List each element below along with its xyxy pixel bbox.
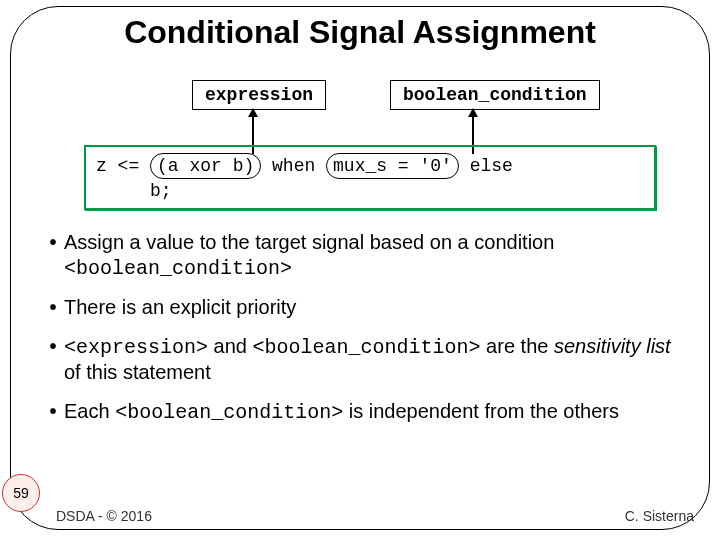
- label-boolean-condition: boolean_condition: [390, 80, 600, 110]
- bullet-1-mono: <boolean_condition>: [64, 257, 292, 280]
- bullet-list: • Assign a value to the target signal ba…: [42, 230, 690, 439]
- bullet-3-mid1: and: [208, 335, 252, 357]
- footer-left: DSDA - © 2016: [56, 508, 152, 524]
- bullet-item-2: • There is an explicit priority: [42, 295, 690, 320]
- code-example: z <= (a xor b) when mux_s = '0' else b;: [84, 145, 656, 210]
- bullet-4-text: Each: [64, 400, 115, 422]
- bullet-item-3: • <expression> and <boolean_condition> a…: [42, 334, 690, 385]
- slide: Conditional Signal Assignment expression…: [0, 0, 720, 540]
- code-suffix: else: [459, 156, 513, 176]
- code-ring-condition: mux_s = '0': [326, 153, 459, 179]
- slide-title: Conditional Signal Assignment: [0, 14, 720, 51]
- bullet-item-4: • Each <boolean_condition> is independen…: [42, 399, 690, 425]
- bullet-4-tail: is independent from the others: [343, 400, 619, 422]
- label-expression: expression: [192, 80, 326, 110]
- bullet-3-italic: sensitivity list: [554, 335, 671, 357]
- code-ring-expression: (a xor b): [150, 153, 261, 179]
- code-prefix: z <=: [96, 156, 150, 176]
- bullet-3-tail: of this statement: [64, 361, 211, 383]
- bullet-item-1: • Assign a value to the target signal ba…: [42, 230, 690, 281]
- bullet-dot: •: [42, 295, 64, 320]
- page-number-badge: 59: [2, 474, 40, 512]
- bullet-3-mono-b: <boolean_condition>: [253, 336, 481, 359]
- bullet-dot: •: [42, 334, 64, 385]
- code-mid: when: [261, 156, 326, 176]
- bullet-1-text: Assign a value to the target signal base…: [64, 231, 554, 253]
- bullet-2-text: There is an explicit priority: [64, 296, 296, 318]
- footer-right: C. Sisterna: [625, 508, 694, 524]
- bullet-dot: •: [42, 230, 64, 281]
- bullet-3-mid2: are the: [481, 335, 554, 357]
- bullet-dot: •: [42, 399, 64, 425]
- bullet-3-mono-a: <expression>: [64, 336, 208, 359]
- bullet-4-mono: <boolean_condition>: [115, 401, 343, 424]
- code-line2: b;: [96, 181, 172, 201]
